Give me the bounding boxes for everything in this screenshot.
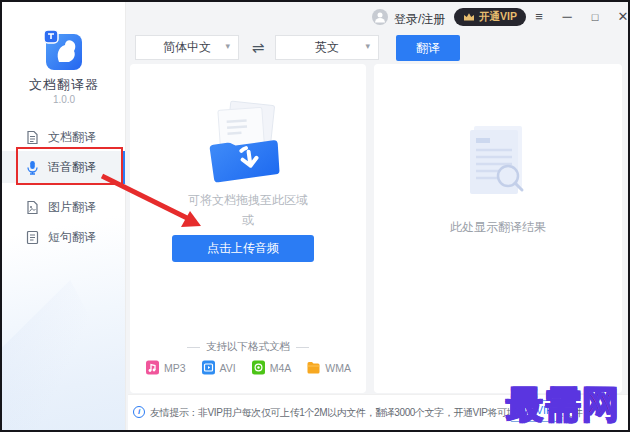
format-avi: AVI xyxy=(201,360,236,375)
sidebar-item-label: 语音翻译 xyxy=(48,159,96,176)
sidebar: 文档翻译器 1.0.0 文档翻译 语音翻译 图片翻译 xyxy=(2,2,126,430)
menu-button[interactable]: ≡ xyxy=(528,6,550,28)
target-language-select[interactable]: 英文 ▾ xyxy=(275,35,379,60)
avi-file-icon xyxy=(201,360,216,375)
footer-bar: i 友情提示：非VIP用户每次仅可上传1个2M以内文件，翻译3000个文字，开通… xyxy=(128,394,628,430)
sidebar-item-image-translate[interactable]: 图片翻译 xyxy=(2,191,126,223)
close-button[interactable]: ✕ xyxy=(612,6,630,28)
app-logo-icon xyxy=(43,29,85,71)
maximize-button[interactable]: □ xyxy=(584,6,606,28)
or-text: 或 xyxy=(130,212,366,229)
titlebar: 登录/注册 开通VIP ≡ ─ □ ✕ xyxy=(128,2,628,32)
formats-title: 支持以下格式文档 xyxy=(130,340,366,354)
drag-hint-text: 可将文档拖拽至此区域 xyxy=(130,192,366,209)
sidebar-item-voice-translate[interactable]: 语音翻译 xyxy=(2,151,126,183)
close-icon: ✕ xyxy=(618,9,629,24)
sidebar-decoration xyxy=(2,280,126,430)
avatar-icon[interactable] xyxy=(372,9,388,25)
format-wma: WMA xyxy=(306,360,351,375)
result-placeholder-icon xyxy=(460,120,536,208)
upload-panel[interactable]: 可将文档拖拽至此区域 或 点击上传音频 支持以下格式文档 MP3 AVI xyxy=(130,64,366,393)
minimize-button[interactable]: ─ xyxy=(556,6,578,28)
upload-folder-icon xyxy=(198,100,298,186)
crown-icon xyxy=(463,12,475,22)
format-label: M4A xyxy=(270,362,292,374)
format-label: WMA xyxy=(325,362,351,374)
wma-folder-icon xyxy=(306,360,321,375)
app-window: 文档翻译器 1.0.0 文档翻译 语音翻译 图片翻译 xyxy=(0,0,630,432)
translate-button[interactable]: 翻译 xyxy=(396,35,460,61)
sidebar-item-phrase-translate[interactable]: 短句翻译 xyxy=(2,221,126,253)
open-vip-button[interactable]: 开通VIP xyxy=(454,8,526,26)
sidebar-item-label: 短句翻译 xyxy=(48,229,96,246)
source-language-select[interactable]: 简体中文 ▾ xyxy=(135,35,239,60)
sidebar-item-label: 文档翻译 xyxy=(48,129,96,146)
microphone-icon xyxy=(25,160,40,175)
hamburger-icon: ≡ xyxy=(535,9,543,24)
app-version: 1.0.0 xyxy=(2,94,126,105)
sidebar-item-document-translate[interactable]: 文档翻译 xyxy=(2,121,126,153)
active-item-indicator xyxy=(121,151,125,184)
swap-languages-button[interactable]: ⇌ xyxy=(247,35,269,60)
chevron-down-icon: ▾ xyxy=(365,41,370,51)
footer-open-vip-button[interactable]: 开通VIP xyxy=(510,400,558,422)
maximize-icon: □ xyxy=(592,11,599,23)
source-language-value: 简体中文 xyxy=(163,39,211,56)
m4a-file-icon xyxy=(251,360,266,375)
mp3-file-icon xyxy=(145,360,160,375)
image-icon xyxy=(25,200,40,215)
chevron-down-icon: ▾ xyxy=(225,41,230,51)
upload-audio-button[interactable]: 点击上传音频 xyxy=(172,235,314,262)
info-icon: i xyxy=(133,406,145,418)
sidebar-item-label: 图片翻译 xyxy=(48,199,96,216)
vip-button-label: 开通VIP xyxy=(479,10,517,24)
swap-icon: ⇌ xyxy=(252,39,265,56)
target-language-value: 英文 xyxy=(315,39,339,56)
format-label: AVI xyxy=(220,362,236,374)
format-label: MP3 xyxy=(164,362,186,374)
supported-formats: MP3 AVI M4A xyxy=(130,360,366,375)
document-icon xyxy=(25,130,40,145)
format-mp3: MP3 xyxy=(145,360,186,375)
result-placeholder-text: 此处显示翻译结果 xyxy=(374,219,622,236)
login-register-link[interactable]: 登录/注册 xyxy=(394,11,445,28)
result-panel: 此处显示翻译结果 xyxy=(374,64,622,393)
app-name: 文档翻译器 xyxy=(2,76,126,94)
minimize-icon: ─ xyxy=(562,9,571,24)
phrase-icon xyxy=(25,230,40,245)
format-m4a: M4A xyxy=(251,360,292,375)
